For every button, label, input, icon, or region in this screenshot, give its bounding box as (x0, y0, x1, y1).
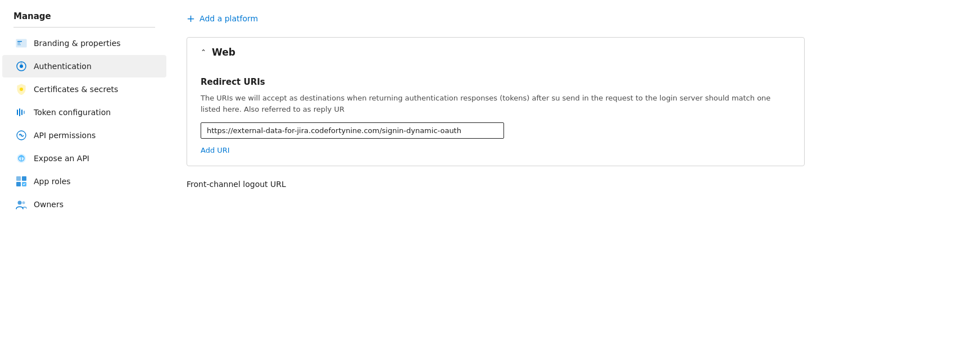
sidebar: Manage Branding & properties Authenticat… (0, 0, 169, 347)
sidebar-item-label: API permissions (34, 131, 96, 140)
sidebar-item-label: App roles (34, 177, 71, 186)
add-uri-label: Add URI (201, 146, 230, 154)
token-icon (16, 107, 27, 118)
svg-point-20 (18, 201, 22, 205)
sidebar-item-expose-api[interactable]: Expose an API (2, 147, 166, 170)
svg-rect-10 (24, 111, 25, 114)
sidebar-item-label: Branding & properties (34, 39, 121, 48)
sidebar-item-certificates[interactable]: Certificates & secrets (2, 78, 166, 101)
sidebar-divider (13, 27, 155, 28)
redirect-uri-input[interactable] (201, 122, 504, 139)
svg-point-6 (20, 88, 23, 91)
certificates-icon (16, 84, 27, 95)
svg-point-21 (22, 202, 25, 204)
svg-rect-7 (17, 109, 18, 115)
sidebar-item-api-permissions[interactable]: API permissions (2, 124, 166, 147)
redirect-uris-heading: Redirect URIs (201, 77, 791, 87)
add-platform-label: Add a platform (199, 14, 258, 23)
branding-icon (16, 38, 27, 49)
authentication-icon (16, 61, 27, 72)
sidebar-item-label: Owners (34, 200, 63, 209)
front-channel-logout-title: Front-channel logout URL (187, 180, 962, 189)
sidebar-item-owners[interactable]: Owners (2, 193, 166, 216)
api-permissions-icon (16, 130, 27, 141)
sidebar-item-label: Authentication (34, 62, 92, 71)
uri-input-row (201, 122, 791, 139)
svg-rect-16 (22, 176, 26, 181)
app-roles-icon (16, 176, 27, 187)
redirect-uris-description: The URIs we will accept as destinations … (201, 93, 791, 115)
add-uri-button[interactable]: Add URI (201, 146, 230, 154)
svg-rect-3 (17, 44, 21, 45)
expose-api-icon (16, 153, 27, 164)
svg-rect-2 (17, 43, 20, 43)
owners-icon (16, 199, 27, 210)
svg-rect-9 (21, 109, 22, 115)
svg-rect-8 (19, 108, 20, 116)
sidebar-section-title: Manage (0, 0, 169, 27)
web-section-card: ⌃ Web Redirect URIs The URIs we will acc… (187, 37, 805, 166)
sidebar-item-label: Token configuration (34, 108, 111, 117)
web-card-header[interactable]: ⌃ Web (187, 38, 804, 67)
main-content: + Add a platform ⌃ Web Redirect URIs The… (169, 0, 980, 347)
web-card-body: Redirect URIs The URIs we will accept as… (187, 77, 804, 154)
sidebar-item-authentication[interactable]: Authentication (2, 55, 166, 77)
sidebar-item-token-config[interactable]: Token configuration (2, 101, 166, 124)
plus-icon: + (187, 13, 195, 24)
collapse-icon: ⌃ (201, 48, 206, 56)
sidebar-item-branding[interactable]: Branding & properties (2, 32, 166, 54)
sidebar-item-label: Expose an API (34, 154, 89, 163)
add-platform-button[interactable]: + Add a platform (187, 10, 258, 27)
sidebar-item-app-roles[interactable]: App roles (2, 170, 166, 193)
svg-rect-17 (16, 182, 21, 186)
sidebar-item-label: Certificates & secrets (34, 85, 118, 94)
svg-rect-15 (16, 176, 21, 181)
svg-rect-1 (17, 41, 22, 42)
web-section-title: Web (212, 47, 235, 58)
svg-point-12 (20, 134, 23, 137)
